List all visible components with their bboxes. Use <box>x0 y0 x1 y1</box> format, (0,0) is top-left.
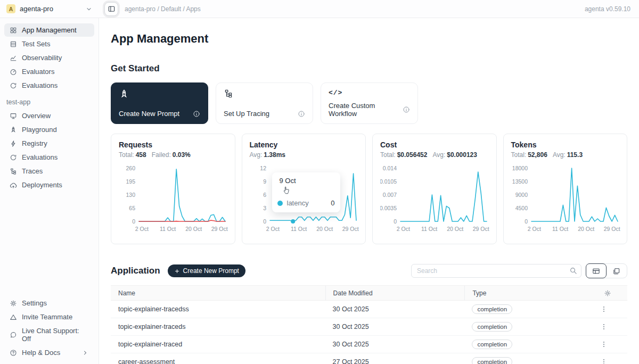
create-custom-workflow-card[interactable]: </> Create Custom Workflow <box>321 82 418 124</box>
row-menu-kebab-icon[interactable] <box>598 321 610 333</box>
svg-text:0: 0 <box>263 218 266 225</box>
svg-text:2 Oct: 2 Oct <box>397 226 410 232</box>
requests-card: Requests Total:458 Failed:0.03% 26019513… <box>111 134 235 244</box>
svg-text:0.014: 0.014 <box>383 165 397 171</box>
sidebar-item-label: Observability <box>22 54 62 62</box>
requests-chart[interactable]: 2601951306502 Oct11 Oct20 Oct29 Oct <box>119 162 227 238</box>
sidebar-item-registry[interactable]: Registry <box>4 137 94 150</box>
svg-text:195: 195 <box>126 178 135 185</box>
sidebar-item-label: Invite Teammate <box>22 313 72 321</box>
get-started-cards: Create New Prompt Set Up Tracing </> Cre… <box>111 82 627 124</box>
metric-stat: Failed:0.03% <box>152 151 191 159</box>
sidebar-item-test-sets[interactable]: Test Sets <box>4 37 94 51</box>
sidebar-item-evaluations[interactable]: Evaluations <box>4 79 94 92</box>
type-badge: completion <box>472 357 512 364</box>
sidebar-item-live-chat[interactable]: Live Chat Support: Off <box>4 324 94 345</box>
row-menu-kebab-icon[interactable] <box>598 338 610 350</box>
sidebar-item-project-evaluations[interactable]: Evaluations <box>4 151 94 164</box>
project-section-label: test-app <box>6 98 93 106</box>
table-row[interactable]: topic-explainer-traceds 30 Oct 2025 comp… <box>111 318 627 336</box>
svg-text:20 Oct: 20 Oct <box>316 226 333 232</box>
svg-text:0: 0 <box>525 218 528 225</box>
refresh-circle-icon <box>10 154 17 161</box>
type-badge: completion <box>472 304 512 314</box>
metric-stat: Total:458 <box>119 151 146 159</box>
svg-text:29 Oct: 29 Oct <box>603 226 620 232</box>
row-menu-kebab-icon[interactable] <box>598 356 610 364</box>
table-view-icon <box>592 267 600 275</box>
metric-stat: Total:$0.056452 <box>380 151 427 159</box>
sidebar-item-label: Registry <box>22 139 47 147</box>
app-name: topic-explainer-tracedss <box>111 305 325 313</box>
table-row[interactable]: career-assessment 27 Oct 2025 completion <box>111 353 627 364</box>
card-label: Create New Prompt <box>119 110 179 118</box>
application-header-row: Application Create New Prompt <box>111 263 627 278</box>
metric-title: Latency <box>250 140 358 149</box>
tokens-chart[interactable]: 18000135009000450002 Oct11 Oct20 Oct29 O… <box>511 162 620 238</box>
info-icon[interactable] <box>403 106 410 113</box>
svg-text:65: 65 <box>129 205 135 211</box>
column-header-type[interactable]: Type <box>464 286 580 300</box>
tooltip-legend-row: latency 0 <box>277 199 335 207</box>
sidebar-item-label: Help & Docs <box>22 349 60 357</box>
card-view-button[interactable] <box>606 264 627 278</box>
search-input[interactable] <box>411 264 581 278</box>
metric-title: Cost <box>380 140 489 149</box>
svg-text:11 Oct: 11 Oct <box>421 226 437 232</box>
info-icon[interactable] <box>298 110 305 118</box>
create-new-prompt-card[interactable]: Create New Prompt <box>111 82 208 124</box>
sidebar-item-playground[interactable]: Playground <box>4 123 94 136</box>
latency-card: Latency Avg:1.38ms 1296302 Oct11 Oct20 O… <box>242 134 366 244</box>
sidebar-item-label: Live Chat Support: Off <box>22 327 89 343</box>
sidebar-item-invite-teammate[interactable]: Invite Teammate <box>4 310 94 324</box>
table-row[interactable]: topic-explainer-traced 30 Oct 2025 compl… <box>111 336 627 353</box>
sidebar-item-label: Deployments <box>22 181 62 189</box>
svg-text:130: 130 <box>126 192 135 198</box>
svg-text:260: 260 <box>126 165 135 171</box>
gear-icon <box>10 300 17 307</box>
row-menu-kebab-icon[interactable] <box>598 303 610 315</box>
sidebar-item-traces[interactable]: Traces <box>4 164 94 178</box>
sidebar-item-settings[interactable]: Settings <box>4 296 94 310</box>
series-value: 0 <box>331 199 334 207</box>
metric-title: Requests <box>119 140 227 149</box>
column-header-date-modified[interactable]: Date Modified <box>325 286 465 300</box>
table-icon <box>10 40 17 48</box>
sidebar-item-deployments[interactable]: Deployments <box>4 178 94 192</box>
table-row[interactable]: topic-explainer-tracedss 30 Oct 2025 com… <box>111 301 627 318</box>
tooltip-date: 9 Oct <box>280 177 335 185</box>
type-badge: completion <box>472 322 512 332</box>
set-up-tracing-card[interactable]: Set Up Tracing <box>216 82 313 124</box>
hand-cursor-icon <box>282 185 335 197</box>
series-label: latency <box>287 199 309 207</box>
workspace-switcher[interactable]: A agenta-pro <box>0 4 99 13</box>
svg-text:9: 9 <box>263 178 266 185</box>
table-view-button[interactable] <box>586 263 607 278</box>
column-header-name[interactable]: Name <box>111 289 325 297</box>
chat-bubble-icon <box>10 331 17 338</box>
table-header: Name Date Modified Type <box>111 285 627 301</box>
search-box <box>411 264 581 278</box>
create-new-prompt-button[interactable]: Create New Prompt <box>168 264 245 277</box>
rocket-icon <box>119 89 200 100</box>
sidebar-item-observability[interactable]: Observability <box>4 51 94 64</box>
table-settings-gear-icon[interactable] <box>602 287 613 299</box>
svg-text:20 Oct: 20 Oct <box>578 226 594 232</box>
date-modified: 30 Oct 2025 <box>325 341 465 348</box>
sidebar-item-label: Traces <box>22 167 43 175</box>
sidebar-item-overview[interactable]: Overview <box>4 109 94 122</box>
question-circle-icon <box>10 349 17 357</box>
breadcrumb[interactable]: agenta-pro / Default / Apps <box>125 5 201 13</box>
sidebar-item-label: Playground <box>22 126 57 134</box>
sidebar-collapse-button[interactable] <box>104 2 118 16</box>
cost-chart[interactable]: 0.0140.01050.0070.003502 Oct11 Oct20 Oct… <box>380 162 489 238</box>
sidebar-item-label: Settings <box>22 299 47 307</box>
sidebar-item-app-management[interactable]: App Management <box>4 23 94 37</box>
info-icon[interactable] <box>193 110 200 118</box>
app-name: topic-explainer-traced <box>111 341 325 348</box>
metric-title: Tokens <box>511 140 620 149</box>
sidebar-item-evaluators[interactable]: Evaluators <box>4 65 94 78</box>
sidebar-item-help-docs[interactable]: Help & Docs <box>4 346 94 359</box>
plus-icon <box>174 268 180 274</box>
code-icon: </> <box>329 89 410 97</box>
